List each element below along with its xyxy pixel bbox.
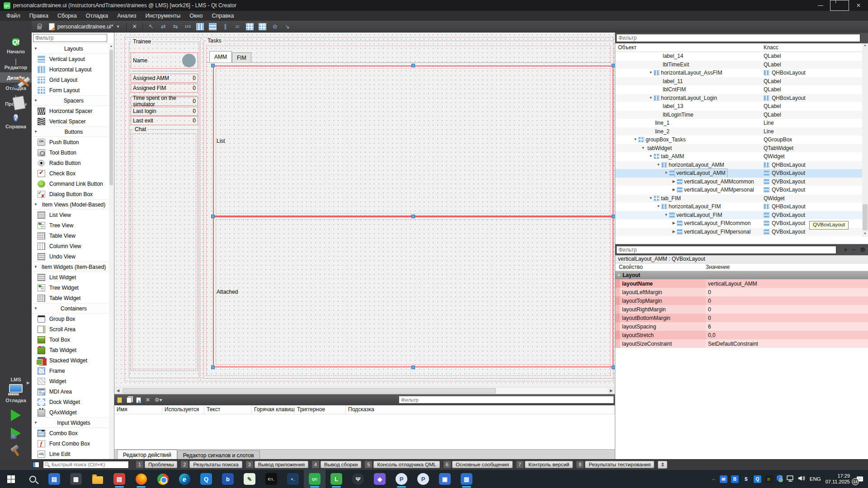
menu-item[interactable]: Окно — [185, 11, 207, 21]
widget-box-item[interactable]: Push Button — [32, 137, 114, 147]
locator-search-input[interactable] — [43, 461, 129, 469]
object-inspector-scrollbar[interactable]: ▲ ▼ — [862, 43, 868, 237]
property-value[interactable]: 0 — [706, 305, 868, 314]
taskbar-search[interactable] — [22, 470, 43, 488]
contacts-app[interactable]: ▤ — [43, 470, 65, 488]
widget-box-item[interactable]: Table Widget — [32, 293, 114, 303]
expander-open-icon[interactable]: ▼ — [640, 144, 646, 153]
field-row-layout[interactable]: Assigned FIM0 — [131, 84, 198, 93]
object-tree-row[interactable]: lblLoginTimeQLabel — [615, 111, 868, 119]
layout-section-header[interactable]: ▼ Layout — [615, 271, 868, 279]
widget-box-item[interactable]: Tool Button — [32, 147, 114, 158]
panel-app[interactable]: ▥ — [456, 470, 477, 488]
widget-box-item[interactable]: Command Link Button — [32, 178, 114, 189]
bluetooth-icon[interactable]: B — [731, 475, 739, 483]
menu-item[interactable]: Инструменты — [141, 11, 185, 21]
widget-box-item[interactable]: List Widget — [32, 272, 114, 282]
widget-box-section-header[interactable]: ▼Spacers — [32, 95, 114, 106]
property-row[interactable]: layoutBottomMargin0 — [615, 314, 868, 322]
add-property-icon[interactable]: + — [844, 246, 847, 253]
pc-tools-app[interactable]: ▣ — [434, 470, 456, 488]
trainee-group-box[interactable]: Trainee Name Chat Assigned AMM0Assigned … — [129, 42, 199, 378]
mode-design[interactable]: Дизайн — [0, 72, 32, 83]
amm-list-layout-selection[interactable]: List — [213, 66, 613, 216]
chat-group-box[interactable]: Chat — [131, 129, 198, 371]
lms-app[interactable]: L — [326, 470, 347, 488]
object-tree-row[interactable]: ▼tab_FIMQWidget — [615, 194, 868, 203]
field-row-layout[interactable]: Last exit0 — [131, 116, 198, 125]
widget-box-section-header[interactable]: ▼Item Views (Model-Based) — [32, 199, 114, 210]
scroll-down-icon[interactable]: ▼ — [862, 232, 868, 237]
menu-item[interactable]: Файл — [2, 11, 25, 21]
status-panel-button[interactable]: 4Вывод сборки — [312, 461, 362, 468]
form-surface[interactable]: Trainee Name Chat Assigned AMM0Assigned … — [114, 33, 615, 387]
toolbar-layout-horizontal-icon[interactable] — [196, 23, 204, 30]
action-editor-filter-input[interactable] — [399, 396, 614, 404]
delete-action-icon[interactable]: ✕ — [146, 397, 150, 403]
selection-handle[interactable] — [612, 215, 615, 218]
scroll-up-icon[interactable]: ▲ — [862, 43, 868, 48]
paste-action-icon[interactable] — [136, 397, 141, 403]
toolbar-layout-splitter-horizontal-icon[interactable]: ∥ — [222, 23, 229, 30]
selection-handle[interactable] — [211, 366, 215, 369]
object-tree-row[interactable]: ▶verticalLayout_AMMpersonalQVBoxLayout — [615, 186, 868, 194]
selection-handle[interactable] — [411, 366, 415, 369]
sidebar-toggle-icon[interactable] — [33, 462, 39, 468]
widget-box-item[interactable]: Vertical Layout — [32, 54, 114, 64]
expander-closed-icon[interactable]: ▶ — [671, 178, 677, 186]
property-filter-input[interactable] — [616, 246, 836, 254]
status-panel-button[interactable]: 3Вывод приложения — [246, 461, 308, 468]
status-panel-button[interactable]: 5Консоль отладчика QML — [365, 461, 440, 468]
copy-action-icon[interactable] — [127, 397, 132, 403]
open-document-selector[interactable]: personalcardtrainee.ui* — [57, 23, 113, 30]
run-button[interactable] — [11, 409, 21, 421]
widget-box-item[interactable]: Horizontal Spacer — [32, 106, 114, 116]
widget-box-section-header[interactable]: ▼Item Widgets (Item-Based) — [32, 262, 114, 272]
widget-box-item[interactable]: Tool Box — [32, 334, 114, 345]
calculator-app[interactable]: ▦ — [65, 470, 87, 488]
chevron-down-icon[interactable]: ▼ — [116, 24, 120, 29]
postgres-2[interactable]: P — [412, 470, 434, 488]
expander-open-icon[interactable]: ▼ — [648, 194, 654, 203]
widget-box-item[interactable]: Column View — [32, 241, 114, 251]
notes-app[interactable]: ✎ — [239, 470, 260, 488]
object-tree-row[interactable]: label_11QLabel — [615, 77, 868, 86]
toolbar-adjust-size-icon[interactable]: ↘ — [283, 23, 291, 30]
object-tree-row[interactable]: ▼horizontalLayout_FIMQHBoxLayout — [615, 202, 868, 211]
object-tree-row[interactable]: lblTimeExitQLabel — [615, 61, 868, 69]
expander-open-icon[interactable]: ▼ — [656, 202, 661, 211]
close-button[interactable]: ✕ — [849, 0, 868, 11]
widget-box-section-header[interactable]: ▼Layouts — [32, 43, 114, 54]
expander-closed-icon[interactable]: ▶ — [671, 228, 677, 236]
widget-box-section-header[interactable]: ▼Input Widgets — [32, 418, 114, 428]
qt-app[interactable]: Q — [195, 470, 217, 488]
property-value[interactable]: 0 — [706, 314, 868, 322]
object-tree-row[interactable]: ▼verticalLayout_AMMQVBoxLayout — [615, 169, 868, 178]
selection-handle[interactable] — [612, 366, 615, 369]
notification-center-icon[interactable]: 14 — [854, 474, 865, 484]
file-explorer[interactable] — [87, 470, 108, 488]
expander-open-icon[interactable]: ▼ — [656, 161, 661, 169]
property-value[interactable]: 0,0 — [706, 331, 868, 339]
widget-box-item[interactable]: List View — [32, 210, 114, 220]
widget-box-item[interactable]: Frame — [32, 366, 114, 376]
property-value[interactable]: SetDefaultConstraint — [706, 339, 868, 348]
edge[interactable]: e — [174, 470, 195, 488]
property-value[interactable]: verticalLayout_AMM — [706, 279, 868, 288]
expander-closed-icon[interactable]: ▶ — [671, 219, 677, 228]
toolbar-break-layout-icon[interactable]: ⊘ — [271, 23, 278, 30]
object-tree-row[interactable]: lblCntFIMQLabel — [615, 85, 868, 94]
status-panel-button[interactable]: 8Результаты тестирования — [576, 461, 654, 468]
property-row[interactable]: layoutSpacing6 — [615, 322, 868, 331]
field-row-layout[interactable]: Assigned AMM0 — [131, 74, 198, 83]
expander-open-icon[interactable]: ▼ — [632, 136, 638, 144]
widget-box-item[interactable]: Dock Widget — [32, 397, 114, 407]
object-tree-row[interactable]: ▼horizontalLayout_AMMQHBoxLayout — [615, 161, 868, 169]
cmd[interactable]: C:\_ — [260, 470, 282, 488]
start-button[interactable] — [0, 470, 22, 488]
kit-selector[interactable]: LMS Отладка — [0, 377, 32, 457]
toolbar-edit-widgets-icon[interactable]: ↖ — [147, 23, 155, 30]
status-panel-button[interactable]: 2Результаты поиска — [181, 461, 242, 468]
minimize-button[interactable]: — — [811, 0, 830, 11]
widget-box-item[interactable]: Widget — [32, 376, 114, 386]
